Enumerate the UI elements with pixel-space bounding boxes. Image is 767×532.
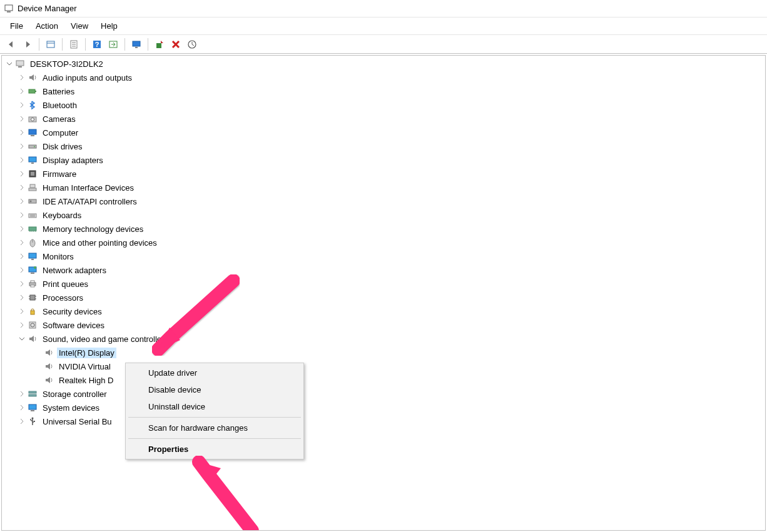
device-tree[interactable]: DESKTOP-3I2DLK2Audio inputs and outputsB… [2, 56, 765, 429]
expander-icon[interactable] [17, 183, 27, 193]
update-driver-button[interactable] [152, 37, 167, 52]
expander-icon[interactable] [17, 224, 27, 234]
svg-rect-26 [31, 163, 34, 164]
toolbar-separator [85, 38, 86, 51]
properties-button[interactable] [66, 37, 81, 52]
tree-category[interactable]: Sound, video and game controllers [2, 332, 765, 346]
tree-category[interactable]: Keyboards [2, 208, 765, 222]
cm-scan-hardware[interactable]: Scan for hardware changes [127, 419, 302, 436]
tree-category[interactable]: Network adapters [2, 263, 765, 277]
forward-button[interactable] [20, 37, 35, 52]
tree-node-label: Audio inputs and outputs [41, 73, 134, 83]
tree-category[interactable]: Audio inputs and outputs [2, 71, 765, 84]
tree-category[interactable]: Monitors [2, 249, 765, 263]
expander-icon[interactable] [17, 169, 27, 179]
expander-icon[interactable] [17, 320, 27, 330]
tree-category[interactable]: Mice and other pointing devices [2, 236, 765, 249]
expander-icon[interactable] [17, 238, 27, 248]
camera-icon [27, 114, 38, 124]
context-menu: Update driver Disable device Uninstall d… [125, 363, 304, 459]
expander-icon[interactable] [4, 59, 14, 69]
expander-icon[interactable] [17, 86, 27, 96]
monitor-button[interactable] [129, 37, 144, 52]
action-button[interactable] [106, 37, 121, 52]
expander-icon[interactable] [17, 334, 27, 344]
expander-icon[interactable] [17, 196, 27, 206]
menu-action[interactable]: Action [29, 19, 64, 33]
tree-node-label: IDE ATA/ATAPI controllers [41, 196, 139, 207]
expander-icon[interactable] [33, 348, 43, 358]
tree-category[interactable]: Storage controller [2, 387, 765, 401]
tree-node-label: Bluetooth [41, 100, 79, 111]
tree-category[interactable]: Software devices [2, 318, 765, 332]
expander-icon[interactable] [17, 155, 27, 165]
usb-icon [27, 416, 38, 426]
expander-icon[interactable] [17, 100, 27, 110]
tree-category[interactable]: Batteries [2, 84, 765, 98]
tree-category[interactable]: IDE ATA/ATAPI controllers [2, 194, 765, 208]
tree-category[interactable]: Processors [2, 291, 765, 304]
expander-icon[interactable] [33, 375, 43, 385]
tree-category[interactable]: Firmware [2, 167, 765, 181]
tree-device[interactable]: Realtek High D [2, 373, 765, 387]
cm-update-driver[interactable]: Update driver [127, 364, 302, 381]
tree-category[interactable]: System devices [2, 401, 765, 414]
expander-icon[interactable] [17, 251, 27, 261]
cpu-icon [27, 293, 38, 303]
cm-uninstall-device[interactable]: Uninstall device [127, 398, 302, 415]
tree-category[interactable]: Computer [2, 126, 765, 139]
tree-device[interactable]: NVIDIA Virtual [2, 359, 765, 373]
uninstall-button[interactable] [168, 37, 183, 52]
expander-icon[interactable] [17, 141, 27, 151]
tree-category[interactable]: Human Interface Devices [2, 181, 765, 194]
tree-node-label: Human Interface Devices [41, 183, 136, 193]
expander-icon[interactable] [17, 114, 27, 124]
tree-root[interactable]: DESKTOP-3I2DLK2 [2, 57, 765, 71]
hid-icon [27, 183, 38, 193]
cm-properties[interactable]: Properties [127, 441, 302, 458]
scan-button[interactable] [185, 37, 200, 52]
window-title: Device Manager [18, 4, 77, 13]
expander-icon[interactable] [17, 306, 27, 316]
annotation-arrow-2 [190, 456, 265, 531]
tree-category[interactable]: Display adapters [2, 153, 765, 167]
tree-node-label: Sound, video and game controllers [41, 334, 170, 344]
svg-text:?: ? [95, 41, 99, 48]
tree-category[interactable]: Bluetooth [2, 98, 765, 112]
speaker-icon [43, 361, 54, 371]
tree-category[interactable]: Universal Serial Bu [2, 414, 765, 428]
svg-rect-12 [135, 47, 138, 48]
show-hidden-button[interactable] [43, 37, 58, 52]
expander-icon[interactable] [17, 73, 27, 83]
expander-icon[interactable] [17, 128, 27, 138]
menu-help[interactable]: Help [94, 19, 124, 33]
tree-category[interactable]: Print queues [2, 277, 765, 291]
svg-rect-17 [29, 89, 35, 93]
svg-point-47 [34, 266, 36, 269]
help-button[interactable]: ? [89, 37, 104, 52]
tree-category[interactable]: Disk drives [2, 139, 765, 153]
tree-category[interactable]: Security devices [2, 304, 765, 318]
ide-icon [27, 196, 38, 206]
tree-device[interactable]: Intel(R) Display [2, 346, 765, 359]
svg-rect-66 [34, 421, 35, 422]
back-button[interactable] [4, 37, 19, 52]
menu-view[interactable]: View [64, 19, 94, 33]
expander-icon[interactable] [17, 416, 27, 426]
expander-icon[interactable] [17, 389, 27, 399]
expander-icon[interactable] [33, 361, 43, 371]
expander-icon[interactable] [17, 403, 27, 413]
tree-category[interactable]: Memory technology devices [2, 222, 765, 236]
disk-icon [27, 141, 38, 151]
keyboard-icon [27, 210, 38, 220]
menu-file[interactable]: File [4, 19, 29, 33]
expander-icon[interactable] [17, 210, 27, 220]
tree-category[interactable]: Cameras [2, 112, 765, 126]
expander-icon[interactable] [17, 279, 27, 289]
expander-icon[interactable] [17, 293, 27, 303]
expander-icon[interactable] [17, 265, 27, 275]
svg-rect-22 [31, 135, 34, 136]
cm-disable-device[interactable]: Disable device [127, 381, 302, 398]
cm-separator [128, 438, 301, 439]
svg-rect-11 [133, 41, 140, 46]
